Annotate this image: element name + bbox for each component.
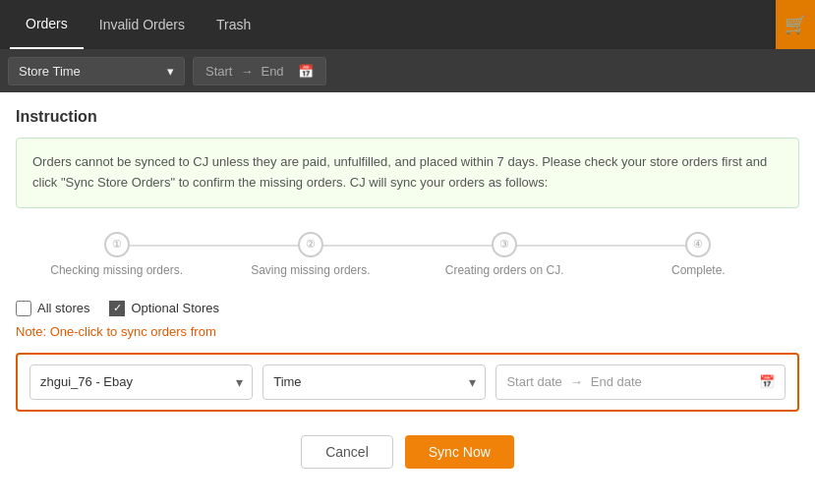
step-label-4: Complete. (671, 263, 726, 277)
end-date-placeholder: End date (591, 374, 642, 389)
main-content: Instruction Orders cannot be synced to C… (0, 92, 815, 504)
filter-bar: Store Time ▾ Start → End 📅 (0, 49, 815, 92)
nav-orders[interactable]: Orders (10, 0, 84, 49)
optional-stores-checkbox[interactable]: ✓ (109, 301, 125, 316)
start-date-placeholder: Start date (506, 374, 561, 389)
step-label-1: Checking missing orders. (50, 263, 183, 277)
step-label-3: Creating orders on CJ. (445, 263, 564, 277)
action-buttons: Cancel Sync Now (16, 435, 799, 469)
store-select-wrapper: zhgui_76 - Ebay All Stores (29, 364, 253, 400)
time-select-wrapper: Time Today Yesterday Last 7 days Last 30… (262, 364, 486, 400)
store-select[interactable]: zhgui_76 - Ebay All Stores (29, 364, 253, 400)
cart-button[interactable]: 🛒 (776, 0, 815, 49)
page-title: Instruction (16, 108, 799, 126)
cancel-button[interactable]: Cancel (301, 435, 393, 469)
optional-stores-checkbox-label[interactable]: ✓ Optional Stores (109, 301, 219, 316)
step-circle-2: ② (298, 232, 323, 257)
step-circle-4: ④ (685, 232, 711, 257)
time-select[interactable]: Time Today Yesterday Last 7 days Last 30… (262, 364, 486, 400)
date-arrow-icon: → (570, 374, 583, 389)
store-time-select[interactable]: Store Time ▾ (8, 57, 185, 85)
nav-trash[interactable]: Trash (201, 0, 266, 49)
step-4: ④ Complete. (602, 232, 795, 277)
step-3: ③ Creating orders on CJ. (408, 232, 602, 277)
nav-invalid-orders[interactable]: Invalid Orders (84, 0, 201, 49)
step-2: ② Saving missing orders. (213, 232, 407, 277)
step-circle-3: ③ (492, 232, 517, 257)
calendar-icon: 📅 (759, 374, 775, 389)
steps-container: ① Checking missing orders. ② Saving miss… (16, 232, 799, 277)
note-text: Note: One-click to sync orders from (16, 324, 799, 339)
step-label-2: Saving missing orders. (251, 263, 370, 277)
top-navigation: Orders Invalid Orders Trash 🛒 (0, 0, 815, 49)
all-stores-checkbox[interactable] (16, 301, 31, 316)
sync-row: zhgui_76 - Ebay All Stores Time Today Ye… (16, 353, 799, 412)
calendar-icon: 📅 (298, 64, 314, 79)
step-circle-1: ① (104, 232, 130, 257)
store-options: All stores ✓ Optional Stores (16, 301, 799, 316)
cart-icon: 🛒 (785, 14, 806, 35)
date-range-input[interactable]: Start date → End date 📅 (495, 364, 786, 400)
chevron-down-icon: ▾ (167, 64, 174, 79)
arrow-icon: → (240, 64, 253, 79)
step-1: ① Checking missing orders. (20, 232, 213, 277)
date-range-picker[interactable]: Start → End 📅 (193, 57, 326, 85)
instruction-box: Orders cannot be synced to CJ unless the… (16, 138, 799, 208)
sync-now-button[interactable]: Sync Now (405, 435, 514, 469)
all-stores-checkbox-label[interactable]: All stores (16, 301, 89, 316)
